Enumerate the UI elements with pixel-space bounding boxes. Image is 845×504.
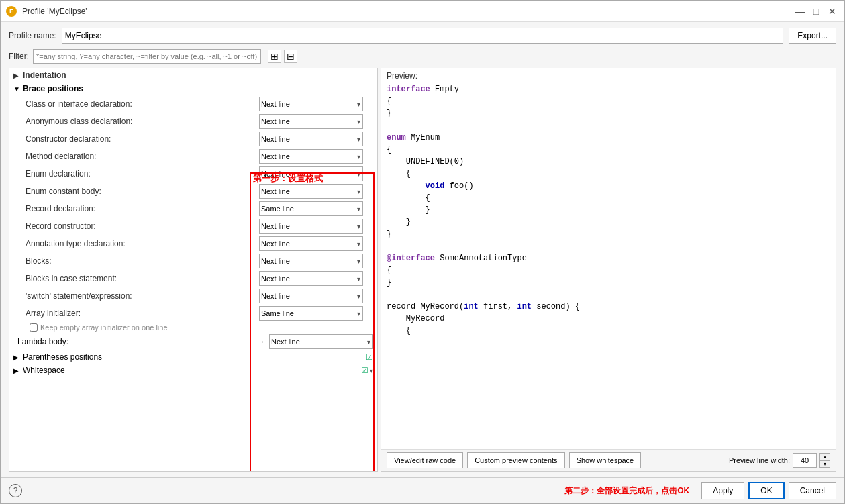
filter-icons: ⊞ ⊟: [268, 50, 297, 63]
brace-setting-row: Record declaration:Same lineNext lineNex…: [9, 200, 377, 217]
preview-line-width-control: Preview line width: ▴ ▾: [729, 453, 830, 468]
export-button[interactable]: Export...: [789, 28, 836, 44]
spinner-up-button[interactable]: ▴: [819, 453, 830, 460]
filter-label: Filter:: [9, 52, 29, 61]
select-wrapper-inner: Same lineNext lineNext line on wrapNext …: [259, 132, 363, 146]
step2-label: 第二步：全部设置完成后，点击OK: [26, 485, 689, 497]
brace-setting-row: Class or interface declaration:Same line…: [9, 95, 377, 113]
main-window: E Profile 'MyEclipse' — □ ✕ Profile name…: [0, 0, 845, 504]
main-pane: ▶ Indentation ▼ Brace positions Class or…: [9, 68, 836, 472]
spinner-down-button[interactable]: ▾: [819, 460, 830, 468]
close-button[interactable]: ✕: [826, 5, 839, 18]
brace-select-wrapper: Same lineNext lineNext line on wrapNext …: [259, 114, 373, 129]
section-whitespace[interactable]: ▶ Whitespace ☑ ▾: [9, 364, 377, 377]
ok-button[interactable]: OK: [748, 482, 784, 499]
brace-settings-list: Class or interface declaration:Same line…: [9, 95, 377, 322]
brace-setting-label: Constructor declaration:: [26, 134, 259, 144]
select-wrapper-inner: Same lineNext lineNext line on wrapNext …: [259, 271, 363, 286]
select-wrapper-inner: Same lineNext lineNext line on wrapNext …: [259, 149, 363, 164]
brace-setting-row: Annotation type declaration:Same lineNex…: [9, 235, 377, 252]
brace-setting-select[interactable]: Same lineNext lineNext line on wrapNext …: [259, 289, 363, 303]
brace-select-wrapper: Same lineNext lineNext line on wrapNext …: [259, 271, 373, 286]
parentheses-checkbox-icon: ☑: [366, 352, 373, 362]
left-panel: ▶ Indentation ▼ Brace positions Class or…: [9, 68, 378, 472]
brace-setting-row: Enum declaration:Same lineNext lineNext …: [9, 165, 377, 183]
select-wrapper-inner: Same lineNext lineNext line on wrapNext …: [259, 184, 363, 199]
preview-label: Preview:: [381, 68, 836, 81]
brace-setting-select[interactable]: Same lineNext lineNext line on wrapNext …: [259, 166, 363, 181]
keep-empty-array-row: Keep empty array initializer on one line: [9, 322, 377, 333]
brace-select-wrapper: Same lineNext lineNext line on wrapNext …: [259, 254, 373, 268]
preview-footer: View/edit raw code Custom preview conten…: [381, 449, 836, 471]
brace-positions-label: Brace positions: [23, 84, 83, 93]
indentation-arrow: ▶: [13, 72, 19, 79]
select-wrapper-inner: Same lineNext lineNext line on wrapNext …: [259, 254, 363, 268]
view-edit-raw-button[interactable]: View/edit raw code: [387, 452, 463, 468]
lambda-body-select[interactable]: Next line Same line Next line on wrap Ne…: [269, 334, 373, 349]
select-wrapper-inner: Same lineNext lineNext line on wrapNext …: [259, 306, 363, 321]
parentheses-arrow: ▶: [13, 354, 19, 361]
brace-setting-select[interactable]: Same lineNext lineNext line on wrapNext …: [259, 254, 363, 268]
brace-setting-label: Enum declaration:: [26, 169, 259, 179]
tree-scroll[interactable]: ▶ Indentation ▼ Brace positions Class or…: [9, 68, 377, 471]
whitespace-icons: ☑ ▾: [361, 366, 373, 375]
brace-select-wrapper: Same lineNext lineNext line on wrapNext …: [259, 201, 373, 216]
maximize-button[interactable]: □: [809, 5, 823, 18]
section-indentation[interactable]: ▶ Indentation: [9, 68, 377, 82]
brace-setting-label: Enum constant body:: [26, 187, 259, 196]
brace-select-wrapper: Same lineNext lineNext line on wrapNext …: [259, 236, 373, 251]
brace-setting-select[interactable]: Same lineNext lineNext line on wrapNext …: [259, 97, 363, 111]
brace-setting-row: Method declaration:Same lineNext lineNex…: [9, 148, 377, 165]
lambda-body-row: Lambda body: → Next line Same line Next …: [9, 333, 377, 350]
show-whitespace-button[interactable]: Show whitespace: [569, 452, 642, 468]
brace-select-wrapper: Same lineNext lineNext line on wrapNext …: [259, 184, 373, 199]
profile-name-input[interactable]: [62, 28, 784, 44]
brace-setting-label: Record declaration:: [26, 204, 259, 213]
brace-positions-arrow: ▼: [13, 85, 20, 93]
minimize-button[interactable]: —: [793, 5, 807, 18]
brace-select-wrapper: Same lineNext lineNext line on wrapNext …: [259, 166, 373, 181]
indentation-label: Indentation: [23, 70, 66, 80]
expand-all-button[interactable]: ⊞: [268, 50, 281, 63]
whitespace-arrow: ▶: [13, 367, 19, 374]
window-controls: — □ ✕: [793, 5, 839, 18]
parentheses-label: Parentheses positions: [23, 352, 102, 362]
brace-setting-label: Blocks in case statement:: [26, 274, 259, 283]
section-brace-positions[interactable]: ▼ Brace positions: [9, 82, 377, 95]
brace-setting-select[interactable]: Same lineNext lineNext line on wrapNext …: [259, 184, 363, 199]
keep-empty-array-checkbox[interactable]: [30, 323, 38, 332]
section-parentheses-positions[interactable]: ▶ Parentheses positions ☑: [9, 350, 377, 364]
brace-setting-label: Record constructor:: [26, 221, 259, 231]
brace-setting-label: Anonymous class declaration:: [26, 117, 259, 126]
lambda-arrow-icon: →: [257, 337, 265, 346]
collapse-all-button[interactable]: ⊟: [284, 50, 297, 63]
brace-setting-select[interactable]: Same lineNext lineNext line on wrapNext …: [259, 306, 363, 321]
preview-line-width-input[interactable]: [793, 453, 817, 468]
brace-setting-select[interactable]: Same lineNext lineNext line on wrapNext …: [259, 201, 363, 216]
whitespace-label: Whitespace: [23, 366, 65, 375]
brace-setting-row: Blocks in case statement:Same lineNext l…: [9, 270, 377, 287]
lambda-line: [72, 342, 253, 342]
select-wrapper-inner: Same lineNext lineNext line on wrapNext …: [259, 97, 363, 111]
content-area: Profile name: Export... Filter: ⊞ ⊟ ▶: [1, 22, 844, 477]
help-button[interactable]: ?: [9, 484, 22, 497]
brace-setting-select[interactable]: Same lineNext lineNext line on wrapNext …: [259, 271, 363, 286]
brace-setting-select[interactable]: Same lineNext lineNext line on wrapNext …: [259, 149, 363, 164]
select-wrapper-inner: Same lineNext lineNext line on wrapNext …: [259, 166, 363, 181]
keep-empty-array-label: Keep empty array initializer on one line: [40, 323, 168, 332]
brace-setting-select[interactable]: Same lineNext lineNext line on wrapNext …: [259, 132, 363, 146]
profile-name-label: Profile name:: [9, 31, 56, 40]
profile-row: Profile name: Export...: [9, 28, 836, 44]
brace-setting-label: Method declaration:: [26, 152, 259, 161]
custom-preview-button[interactable]: Custom preview contents: [467, 452, 565, 468]
cancel-button[interactable]: Cancel: [789, 482, 836, 499]
whitespace-expand-icon: ▾: [370, 367, 373, 374]
brace-setting-select[interactable]: Same lineNext lineNext line on wrapNext …: [259, 114, 363, 129]
brace-select-wrapper: Same lineNext lineNext line on wrapNext …: [259, 132, 373, 146]
apply-button[interactable]: Apply: [701, 482, 744, 499]
filter-input[interactable]: [33, 49, 261, 64]
brace-setting-label: Array initializer:: [26, 309, 259, 318]
brace-setting-select[interactable]: Same lineNext lineNext line on wrapNext …: [259, 236, 363, 251]
brace-setting-label: 'switch' statement/expression:: [26, 291, 259, 301]
brace-setting-select[interactable]: Same lineNext lineNext line on wrapNext …: [259, 219, 363, 234]
